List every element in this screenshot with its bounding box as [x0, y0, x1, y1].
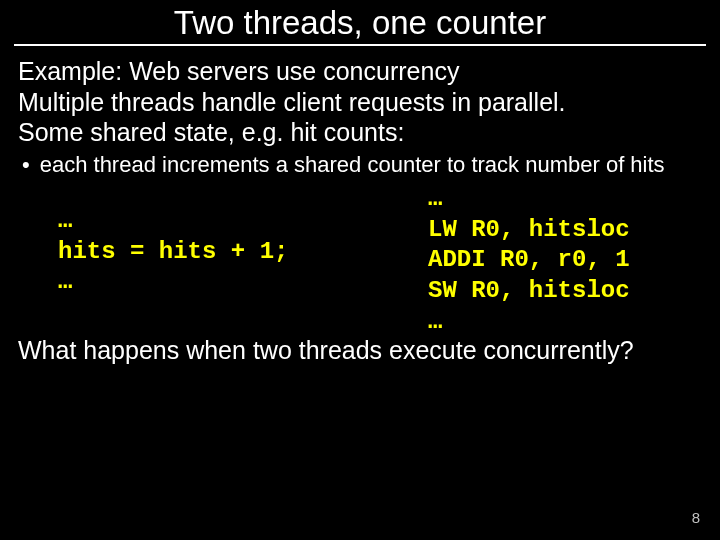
bullet-text: each thread increments a shared counter … — [40, 152, 665, 178]
code-right-column: … LW R0, hitsloc ADDI R0, r0, 1 SW R0, h… — [428, 184, 720, 338]
code-asm-snippet: … LW R0, hitsloc ADDI R0, r0, 1 SW R0, h… — [428, 184, 720, 338]
body-line-3: Some shared state, e.g. hit counts: — [18, 117, 702, 148]
body-line-1: Example: Web servers use concurrency — [18, 56, 702, 87]
code-left-column: … hits = hits + 1; … — [0, 184, 428, 338]
bullet-item: • each thread increments a shared counte… — [0, 148, 720, 182]
closing-question: What happens when two threads execute co… — [0, 335, 720, 365]
code-c-snippet: … hits = hits + 1; … — [58, 206, 428, 298]
slide: Two threads, one counter Example: Web se… — [0, 0, 720, 540]
page-number: 8 — [692, 509, 700, 526]
body-text: Example: Web servers use concurrency Mul… — [0, 46, 720, 148]
bullet-dot-icon: • — [22, 152, 30, 178]
body-line-2: Multiple threads handle client requests … — [18, 87, 702, 118]
slide-title: Two threads, one counter — [0, 0, 720, 42]
code-columns: … hits = hits + 1; … … LW R0, hitsloc AD… — [0, 182, 720, 338]
